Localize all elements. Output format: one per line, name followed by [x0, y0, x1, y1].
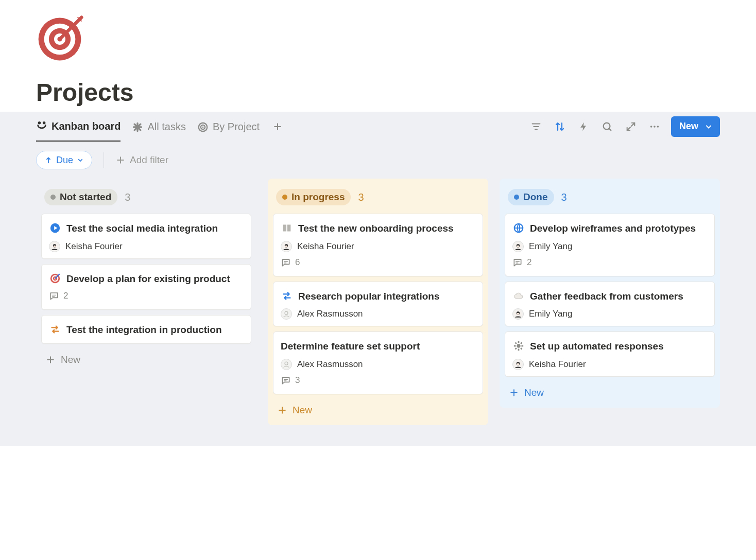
comments-count: 2 [512, 257, 531, 268]
card-title: Develop a plan for existing product [66, 272, 230, 286]
column-new-button[interactable]: New [505, 382, 715, 401]
new-button[interactable]: New [671, 116, 720, 137]
tab-label: Kanban board [51, 120, 121, 132]
avatar [281, 308, 292, 320]
status-dot-icon [514, 195, 519, 200]
column-status-pill[interactable]: In progress [276, 189, 351, 205]
add-filter-button[interactable]: Add filter [115, 154, 168, 166]
kanban-card[interactable]: Research popular integrations Alex Rasmu… [273, 282, 483, 327]
target-small-icon [197, 121, 209, 133]
card-title: Gather feedback from customers [530, 289, 683, 304]
assignee: Emily Yang [529, 241, 572, 252]
avatar [512, 241, 524, 252]
assignee: Alex Rasmusson [297, 309, 363, 319]
assignee: Keisha Fourier [297, 241, 354, 252]
kanban-card[interactable]: Develop a plan for existing product 2 [41, 264, 251, 310]
filter-chip-due[interactable]: Due [36, 151, 92, 169]
column-label: Not started [60, 191, 111, 203]
filter-icon[interactable] [529, 119, 543, 134]
arrow-up-icon [44, 155, 53, 165]
card-title: Research popular integrations [298, 289, 440, 304]
page-icon[interactable] [36, 15, 720, 63]
plus-icon [277, 405, 287, 415]
avatar [281, 241, 292, 252]
status-dot-icon [50, 195, 56, 200]
more-icon[interactable] [647, 119, 662, 134]
column-label: In progress [291, 191, 345, 203]
kanban-card[interactable]: Test the new onboarding process Keisha F… [273, 214, 483, 276]
comment-icon [281, 257, 291, 268]
card-title: Set up automated responses [530, 339, 664, 354]
column-new-button[interactable]: New [41, 349, 251, 369]
board-icon [36, 121, 47, 132]
card-title: Develop wireframes and prototypes [530, 221, 696, 236]
column-new-label: New [524, 387, 544, 398]
column-new-label: New [61, 354, 80, 365]
globe-icon [512, 222, 525, 234]
plus-icon [115, 155, 126, 165]
chevron-down-icon [701, 119, 716, 134]
kanban-card[interactable]: Develop wireframes and prototypes Emily … [505, 214, 715, 276]
assignee: Emily Yang [529, 309, 572, 319]
card-title: Test the new onboarding process [298, 221, 454, 236]
search-icon[interactable] [600, 119, 614, 134]
dart-icon [49, 272, 61, 285]
chevron-down-icon [76, 156, 84, 164]
plus-icon [509, 388, 519, 398]
status-dot-icon [282, 195, 287, 200]
kanban-card[interactable]: Gather feedback from customers Emily Yan… [505, 282, 715, 327]
kanban-card[interactable]: Test the social media integration Keisha… [41, 214, 251, 259]
kanban-card[interactable]: Set up automated responses Keisha Fourie… [505, 331, 715, 377]
add-filter-label: Add filter [130, 154, 168, 166]
column-count: 3 [561, 191, 567, 203]
comments-count: 6 [281, 257, 300, 268]
divider [104, 152, 104, 168]
sort-icon[interactable] [553, 119, 567, 134]
column-not-started: Not started 3 Test the social media inte… [36, 179, 256, 375]
card-title: Determine feature set support [281, 339, 420, 354]
comment-icon [281, 375, 291, 386]
expand-icon[interactable] [624, 119, 638, 134]
new-button-label: New [679, 121, 698, 132]
tab-all-tasks[interactable]: All tasks [132, 112, 185, 142]
assignee: Keisha Fourier [65, 241, 123, 252]
cloud-icon [512, 290, 525, 302]
kanban-card[interactable]: Determine feature set support Alex Rasmu… [273, 331, 483, 394]
column-count: 3 [125, 191, 130, 203]
comment-icon [512, 257, 523, 268]
avatar [512, 359, 524, 370]
column-status-pill[interactable]: Not started [44, 189, 117, 205]
column-count: 3 [358, 191, 364, 203]
tab-label: By Project [213, 121, 260, 133]
book-icon [281, 222, 293, 234]
gear-icon [512, 340, 525, 352]
comment-icon [49, 291, 59, 301]
column-new-label: New [293, 405, 312, 416]
column-new-button[interactable]: New [273, 399, 483, 419]
plus-icon [45, 355, 56, 365]
tab-label: All tasks [147, 121, 185, 133]
column-label: Done [523, 191, 548, 203]
tab-by-project[interactable]: By Project [197, 112, 260, 142]
play-circle-icon [49, 222, 61, 234]
view-tabs: Kanban board All tasks By Project [36, 112, 284, 142]
automation-icon[interactable] [576, 119, 591, 134]
column-status-pill[interactable]: Done [508, 189, 554, 205]
swap-blue-icon [281, 290, 293, 302]
asterisk-icon [132, 121, 143, 133]
assignee: Keisha Fourier [529, 359, 586, 370]
card-title: Test the social media integration [66, 221, 218, 236]
tab-kanban-board[interactable]: Kanban board [36, 112, 121, 142]
add-view-button[interactable] [271, 120, 284, 133]
avatar [49, 241, 60, 252]
swap-icon [49, 323, 61, 336]
comments-count: 3 [281, 375, 300, 386]
column-done: Done 3 Develop wireframes and prototypes… [500, 179, 720, 408]
filter-chip-label: Due [56, 155, 73, 166]
comments-count: 2 [49, 291, 68, 301]
column-in-progress: In progress 3 Test the new onboarding pr… [268, 179, 488, 425]
kanban-card[interactable]: Test the integration in production [41, 315, 251, 344]
avatar [512, 308, 524, 320]
avatar [281, 359, 292, 370]
card-title: Test the integration in production [66, 323, 222, 337]
